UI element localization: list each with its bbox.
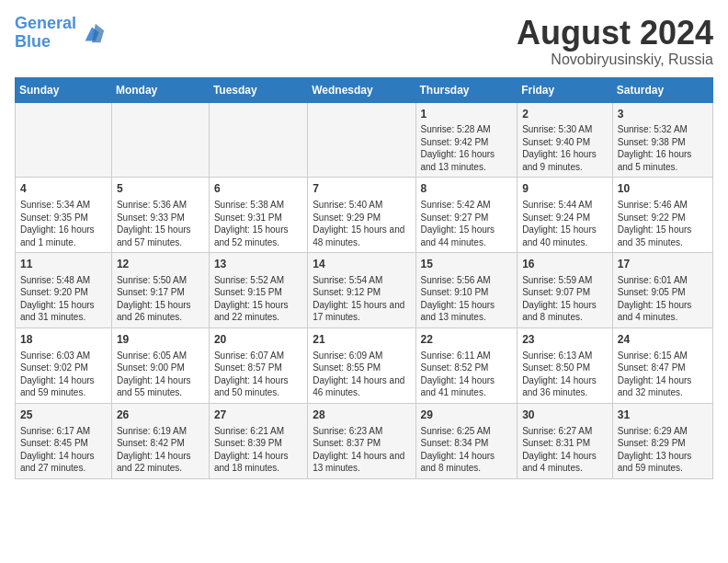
day-info: Daylight: 15 hours and 48 minutes. — [313, 224, 410, 248]
day-number: 13 — [214, 257, 302, 272]
page-header: General Blue August 2024 Novobiryusinski… — [15, 15, 713, 68]
subtitle: Novobiryusinskiy, Russia — [517, 52, 713, 68]
day-info: Daylight: 14 hours and 59 minutes. — [20, 374, 107, 399]
day-number: 14 — [313, 257, 410, 272]
calendar-cell: 16Sunrise: 5:59 AMSunset: 9:07 PMDayligh… — [518, 253, 613, 328]
day-info: Daylight: 15 hours and 26 minutes. — [117, 299, 204, 324]
calendar-cell: 7Sunrise: 5:40 AMSunset: 9:29 PMDaylight… — [308, 178, 415, 253]
day-number: 30 — [522, 408, 608, 423]
day-info: Daylight: 14 hours and 18 minutes. — [214, 450, 302, 475]
day-info: Daylight: 15 hours and 35 minutes. — [618, 224, 708, 248]
day-info: Sunrise: 6:13 AM — [522, 350, 608, 362]
day-info: Daylight: 14 hours and 13 minutes. — [313, 450, 410, 475]
day-number: 28 — [313, 408, 410, 423]
calendar-body: 1Sunrise: 5:28 AMSunset: 9:42 PMDaylight… — [16, 102, 713, 478]
day-info: Sunset: 8:57 PM — [214, 362, 302, 374]
day-info: Sunset: 9:10 PM — [421, 286, 513, 299]
calendar-cell — [209, 102, 307, 178]
day-info: Sunrise: 5:34 AM — [20, 199, 107, 212]
day-info: Daylight: 14 hours and 32 minutes. — [618, 374, 708, 399]
logo-icon — [80, 20, 106, 46]
day-info: Daylight: 15 hours and 8 minutes. — [522, 299, 608, 324]
day-info: Sunset: 8:29 PM — [618, 437, 708, 450]
day-info: Sunset: 8:45 PM — [20, 437, 107, 450]
day-info: Sunset: 9:33 PM — [117, 212, 204, 224]
day-number: 3 — [618, 107, 708, 122]
day-number: 8 — [421, 181, 513, 197]
header-day-saturday: Saturday — [612, 77, 712, 102]
calendar-cell: 5Sunrise: 5:36 AMSunset: 9:33 PMDaylight… — [111, 178, 209, 253]
week-row-4: 18Sunrise: 6:03 AMSunset: 9:02 PMDayligh… — [16, 327, 713, 403]
header-row: SundayMondayTuesdayWednesdayThursdayFrid… — [16, 77, 713, 102]
day-info: Sunset: 8:50 PM — [522, 362, 608, 374]
day-info: Daylight: 14 hours and 55 minutes. — [117, 374, 204, 399]
day-info: Daylight: 16 hours and 1 minute. — [20, 224, 107, 248]
day-info: Sunset: 9:12 PM — [313, 286, 410, 299]
calendar-cell: 20Sunrise: 6:07 AMSunset: 8:57 PMDayligh… — [209, 327, 307, 403]
day-info: Daylight: 15 hours and 17 minutes. — [313, 299, 410, 324]
day-info: Daylight: 14 hours and 36 minutes. — [522, 374, 608, 399]
day-info: Daylight: 14 hours and 27 minutes. — [20, 450, 107, 475]
day-info: Sunset: 9:02 PM — [20, 362, 107, 374]
day-info: Sunrise: 6:19 AM — [117, 425, 204, 438]
day-info: Sunset: 8:37 PM — [313, 437, 410, 450]
day-info: Daylight: 13 hours and 59 minutes. — [618, 450, 708, 475]
day-number: 5 — [117, 181, 204, 197]
day-info: Sunrise: 5:46 AM — [618, 199, 708, 212]
day-info: Sunset: 9:40 PM — [522, 136, 608, 149]
day-number: 11 — [20, 257, 107, 272]
day-number: 6 — [214, 181, 302, 197]
header-day-tuesday: Tuesday — [209, 77, 307, 102]
day-info: Sunset: 8:39 PM — [214, 437, 302, 450]
day-number: 2 — [522, 107, 608, 122]
day-info: Sunrise: 6:25 AM — [421, 425, 513, 438]
day-info: Sunset: 9:05 PM — [618, 286, 708, 299]
day-info: Sunset: 9:29 PM — [313, 212, 410, 224]
header-day-friday: Friday — [518, 77, 613, 102]
calendar-cell: 8Sunrise: 5:42 AMSunset: 9:27 PMDaylight… — [415, 178, 518, 253]
day-info: Sunrise: 6:03 AM — [20, 350, 107, 362]
week-row-2: 4Sunrise: 5:34 AMSunset: 9:35 PMDaylight… — [16, 178, 713, 253]
calendar-cell: 6Sunrise: 5:38 AMSunset: 9:31 PMDaylight… — [209, 178, 307, 253]
day-info: Sunset: 9:35 PM — [20, 212, 107, 224]
calendar-cell: 11Sunrise: 5:48 AMSunset: 9:20 PMDayligh… — [16, 253, 112, 328]
day-number: 16 — [522, 257, 608, 272]
day-info: Sunrise: 5:54 AM — [313, 274, 410, 287]
day-info: Sunset: 9:22 PM — [618, 212, 708, 224]
day-info: Sunset: 8:31 PM — [522, 437, 608, 450]
calendar-cell: 29Sunrise: 6:25 AMSunset: 8:34 PMDayligh… — [415, 403, 518, 478]
day-info: Sunrise: 5:30 AM — [522, 123, 608, 136]
header-day-monday: Monday — [111, 77, 209, 102]
day-info: Sunset: 9:27 PM — [421, 212, 513, 224]
calendar-header: SundayMondayTuesdayWednesdayThursdayFrid… — [16, 77, 713, 102]
day-info: Sunrise: 6:17 AM — [20, 425, 107, 438]
day-info: Daylight: 15 hours and 40 minutes. — [522, 224, 608, 248]
calendar-cell: 27Sunrise: 6:21 AMSunset: 8:39 PMDayligh… — [209, 403, 307, 478]
logo: General Blue — [15, 15, 106, 52]
day-number: 9 — [522, 181, 608, 197]
day-info: Sunrise: 6:27 AM — [522, 425, 608, 438]
day-info: Sunrise: 5:38 AM — [214, 199, 302, 212]
calendar-cell: 4Sunrise: 5:34 AMSunset: 9:35 PMDaylight… — [16, 178, 112, 253]
day-info: Sunrise: 5:40 AM — [313, 199, 410, 212]
day-info: Sunrise: 5:42 AM — [421, 199, 513, 212]
title-block: August 2024 Novobiryusinskiy, Russia — [517, 15, 713, 68]
day-number: 15 — [421, 257, 513, 272]
day-info: Sunset: 9:20 PM — [20, 286, 107, 299]
day-info: Sunset: 8:55 PM — [313, 362, 410, 374]
day-number: 24 — [618, 332, 708, 348]
day-info: Sunset: 8:52 PM — [421, 362, 513, 374]
day-info: Sunrise: 5:50 AM — [117, 274, 204, 287]
day-info: Daylight: 15 hours and 13 minutes. — [421, 299, 513, 324]
day-info: Daylight: 16 hours and 13 minutes. — [421, 148, 513, 173]
calendar-cell: 24Sunrise: 6:15 AMSunset: 8:47 PMDayligh… — [612, 327, 712, 403]
day-info: Sunrise: 6:01 AM — [618, 274, 708, 287]
day-info: Sunrise: 6:29 AM — [618, 425, 708, 438]
day-info: Daylight: 15 hours and 4 minutes. — [618, 299, 708, 324]
calendar-cell: 17Sunrise: 6:01 AMSunset: 9:05 PMDayligh… — [612, 253, 712, 328]
calendar-cell: 30Sunrise: 6:27 AMSunset: 8:31 PMDayligh… — [518, 403, 613, 478]
day-number: 25 — [20, 408, 107, 423]
calendar-cell: 18Sunrise: 6:03 AMSunset: 9:02 PMDayligh… — [16, 327, 112, 403]
day-info: Sunset: 9:31 PM — [214, 212, 302, 224]
calendar-cell: 23Sunrise: 6:13 AMSunset: 8:50 PMDayligh… — [518, 327, 613, 403]
